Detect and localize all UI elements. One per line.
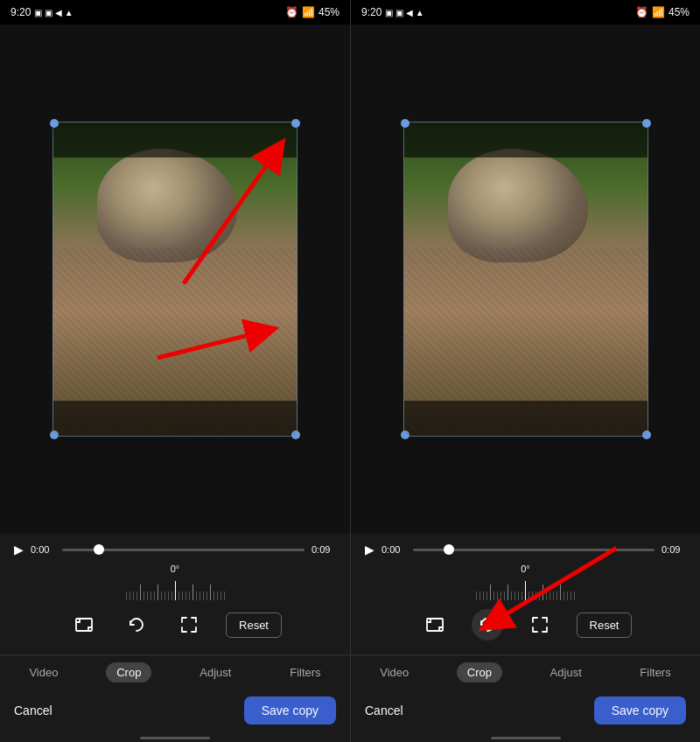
tab-video-left[interactable]: Video xyxy=(18,662,68,682)
action-bar-right: Cancel Save copy xyxy=(351,688,700,737)
alarm-icon-right: ⏰ xyxy=(635,6,648,18)
rotation-label-right: 0° xyxy=(521,564,530,574)
timeline-left: ▶ 0:00 0:09 xyxy=(14,542,336,556)
video-dim-bottom-left xyxy=(53,401,297,436)
rotation-area-right: 0° xyxy=(365,564,686,600)
aspect-ratio-icon-left[interactable] xyxy=(68,609,100,640)
crop-overlay-left xyxy=(53,122,297,436)
crop-corner-bl-right[interactable] xyxy=(401,430,410,439)
tool-buttons-container-right: Reset xyxy=(365,609,686,640)
seek-bar-left[interactable] xyxy=(62,549,304,551)
cancel-button-left[interactable]: Cancel xyxy=(14,704,52,718)
fullscreen-icon-right[interactable] xyxy=(524,609,556,640)
rotation-label-left: 0° xyxy=(171,564,180,574)
status-icons-left: ▣ ▣ ◀ ▲ xyxy=(34,8,73,18)
status-icons-right: ▣ ▣ ◀ ▲ xyxy=(385,8,424,18)
ruler-ticks-left xyxy=(14,576,336,600)
battery-right: 45% xyxy=(668,6,690,18)
tab-crop-right[interactable]: Crop xyxy=(457,662,502,682)
tab-adjust-left[interactable]: Adjust xyxy=(189,662,242,682)
status-bar-left: 9:20 ▣ ▣ ◀ ▲ ⏰ 📶 45% xyxy=(0,0,350,24)
aspect-ratio-icon-right[interactable] xyxy=(419,609,451,640)
status-bar-right: 9:20 ▣ ▣ ◀ ▲ ⏰ 📶 45% xyxy=(351,0,700,24)
home-indicator-left xyxy=(0,737,350,742)
left-panel: 9:20 ▣ ▣ ◀ ▲ ⏰ 📶 45% xyxy=(0,0,350,742)
ruler-ticks-right xyxy=(365,576,686,600)
controls-left: ▶ 0:00 0:09 0° xyxy=(0,534,350,654)
reset-button-right[interactable]: Reset xyxy=(577,612,633,638)
timeline-right: ▶ 0:00 0:09 xyxy=(365,542,686,556)
seek-bar-right[interactable] xyxy=(413,549,654,551)
play-button-left[interactable]: ▶ xyxy=(14,542,24,556)
tab-adjust-right[interactable]: Adjust xyxy=(540,662,592,682)
crop-corner-br-left[interactable] xyxy=(291,430,300,439)
home-bar-left xyxy=(140,737,210,739)
video-area-left xyxy=(0,24,350,534)
video-frame-right xyxy=(403,122,648,437)
time-end-right: 0:09 xyxy=(662,544,686,555)
reset-button-left[interactable]: Reset xyxy=(226,612,282,638)
rotation-ruler-right[interactable] xyxy=(365,576,686,600)
save-button-left[interactable]: Save copy xyxy=(244,696,336,724)
tab-bar-right: Video Crop Adjust Filters xyxy=(351,654,700,688)
time-left: 9:20 xyxy=(10,6,31,18)
crop-overlay-right xyxy=(404,122,648,436)
svg-rect-4 xyxy=(76,619,92,631)
tab-bar-left: Video Crop Adjust Filters xyxy=(0,654,350,688)
time-start-right: 0:00 xyxy=(382,544,406,555)
home-indicator-right xyxy=(351,737,700,742)
action-bar-left: Cancel Save copy xyxy=(0,688,350,737)
rotation-area-left: 0° xyxy=(14,564,336,600)
status-time-right: 9:20 ▣ ▣ ◀ ▲ xyxy=(361,6,424,18)
seek-thumb-right[interactable] xyxy=(444,544,454,555)
time-start-left: 0:00 xyxy=(31,544,55,555)
crop-corner-br-right[interactable] xyxy=(642,430,651,439)
cancel-button-right[interactable]: Cancel xyxy=(365,704,403,718)
rotation-ruler-left[interactable] xyxy=(14,576,336,600)
video-dim-top-left xyxy=(53,122,297,158)
seek-thumb-left[interactable] xyxy=(94,544,104,555)
home-bar-right xyxy=(491,737,561,739)
alarm-icon-left: ⏰ xyxy=(285,6,298,18)
rotate-icon-left[interactable] xyxy=(121,609,152,640)
controls-right: ▶ 0:00 0:09 0° xyxy=(351,534,700,654)
video-area-right xyxy=(351,24,700,534)
right-panel: 9:20 ▣ ▣ ◀ ▲ ⏰ 📶 45% xyxy=(350,0,700,742)
battery-left: 45% xyxy=(318,6,340,18)
play-button-right[interactable]: ▶ xyxy=(365,542,374,556)
tab-filters-right[interactable]: Filters xyxy=(629,662,681,682)
time-end-left: 0:09 xyxy=(312,544,336,555)
time-right: 9:20 xyxy=(361,6,382,18)
wifi-icon-left: 📶 xyxy=(302,6,315,18)
tab-crop-left[interactable]: Crop xyxy=(106,662,151,682)
save-button-right[interactable]: Save copy xyxy=(594,696,686,724)
svg-rect-5 xyxy=(427,619,443,631)
crop-corner-bl-left[interactable] xyxy=(50,430,59,439)
status-time-left: 9:20 ▣ ▣ ◀ ▲ xyxy=(10,6,74,18)
video-dim-bottom-right xyxy=(404,401,648,436)
tab-video-right[interactable]: Video xyxy=(369,662,419,682)
fullscreen-icon-left[interactable] xyxy=(173,609,205,640)
tool-buttons-left: Reset xyxy=(14,609,336,640)
tab-filters-left[interactable]: Filters xyxy=(279,662,331,682)
wifi-icon-right: 📶 xyxy=(652,6,665,18)
status-right-left: ⏰ 📶 45% xyxy=(285,6,340,18)
rotate-icon-right[interactable] xyxy=(472,609,503,640)
tool-buttons-right: Reset xyxy=(365,609,686,640)
video-frame-left xyxy=(52,122,298,437)
video-dim-top-right xyxy=(404,122,648,158)
status-right-right: ⏰ 📶 45% xyxy=(635,6,690,18)
